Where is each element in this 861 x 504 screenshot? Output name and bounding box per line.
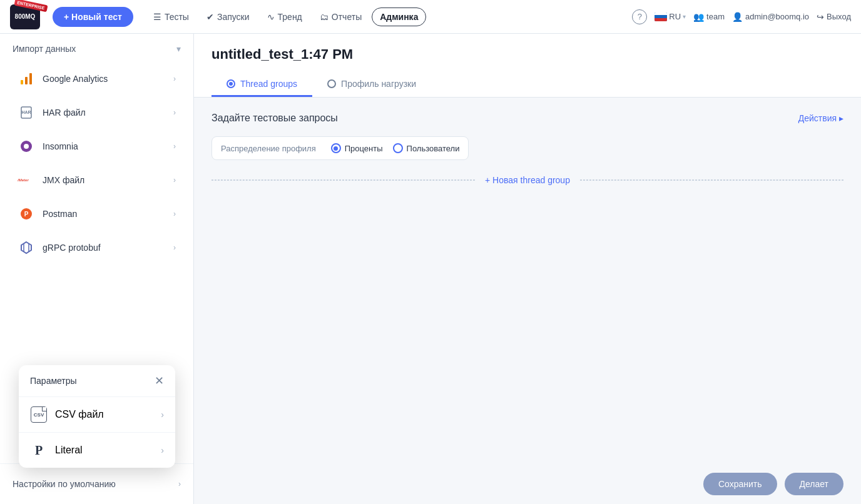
csv-chevron-icon: › (161, 410, 164, 420)
svg-rect-1 (25, 77, 28, 84)
sidebar-item-postman[interactable]: P Postman › (5, 198, 188, 230)
main-footer: Сохранить Делает (194, 464, 861, 504)
divider-left (211, 179, 475, 181)
svg-text:/Meter: /Meter (18, 178, 29, 182)
trend-label: Тренд (278, 12, 302, 22)
svg-rect-0 (21, 80, 23, 84)
parameters-dropdown: Параметры ✕ CSV CSV файл › (19, 365, 175, 468)
svg-text:HAR: HAR (21, 110, 31, 114)
radio-users[interactable]: Пользователи (393, 143, 460, 153)
default-settings-item[interactable]: Настройки по умолчанию › (13, 474, 181, 494)
nav-trend[interactable]: ∿ Тренд (260, 8, 310, 26)
main-header: untitled_test_1:47 PM Thread groups Проф… (194, 34, 861, 98)
sidebar-item-har-file[interactable]: HAR HAR файл › (5, 96, 188, 129)
grpc-label: gRPC protobuf (43, 243, 101, 253)
language-selector[interactable]: RU ▾ (655, 12, 686, 21)
sidebar-item-left-har: HAR HAR файл (18, 104, 86, 121)
team-icon: 👥 (693, 12, 704, 22)
add-thread-group-label: + Новая thread group (485, 175, 570, 185)
launches-label: Запуски (217, 12, 250, 22)
nav-links: ☰ Тесты ✔ Запуски ∿ Тренд 🗂 Отчеты Админ… (146, 8, 632, 26)
reports-label: Отчеты (332, 12, 362, 22)
admin-label: Админка (380, 12, 418, 22)
grpc-chevron-icon: › (173, 243, 176, 252)
logout-icon: ↪ (817, 12, 824, 22)
save-button[interactable]: Сохранить (703, 473, 777, 495)
load-profile-label: Профиль нагрузки (341, 79, 416, 89)
ga-chevron-icon: › (173, 74, 176, 83)
logo-text: 800MQ (15, 13, 36, 20)
logout-button[interactable]: ↪ Выход (817, 12, 851, 22)
help-button[interactable]: ? (632, 9, 647, 24)
sidebar-item-grpc[interactable]: gRPC protobuf › (5, 231, 188, 264)
radio-percent[interactable]: Проценты (331, 143, 383, 153)
csv-item-left: CSV CSV файл (30, 406, 104, 423)
load-profile-dot (327, 79, 336, 88)
logo[interactable]: 800MQ enterprise (10, 4, 45, 29)
dropdown-csv-item[interactable]: CSV CSV файл › (19, 397, 175, 433)
tests-label: Тесты (165, 12, 189, 22)
google-analytics-label: Google Analytics (43, 74, 108, 84)
profile-distribution-label: Распределение профиля (221, 144, 316, 153)
nav-admin[interactable]: Админка (372, 8, 426, 26)
postman-label: Postman (43, 209, 77, 219)
section-header: Задайте тестовые запросы Действия ▸ (211, 113, 843, 124)
insomnia-label: Insomnia (43, 141, 78, 151)
add-thread-group-row: + Новая thread group (211, 175, 843, 185)
tabs: Thread groups Профиль нагрузки (211, 73, 843, 97)
csv-label: CSV файл (55, 409, 104, 420)
users-label: Пользователи (407, 144, 460, 153)
nav-right: ? RU ▾ 👥 team 👤 admin@boomq.io ↪ Выход (632, 9, 851, 24)
team-label: 👥 team (693, 12, 725, 22)
default-settings-label: Настройки по умолчанию (13, 479, 116, 489)
tab-load-profile[interactable]: Профиль нагрузки (312, 73, 431, 97)
launch-button[interactable]: Делает (785, 473, 844, 495)
sidebar-item-jmx-file[interactable]: /Meter JMX файл › (5, 164, 188, 196)
nav-reports[interactable]: 🗂 Отчеты (312, 8, 369, 26)
percent-label: Проценты (345, 144, 383, 153)
google-analytics-icon (18, 70, 35, 88)
import-section-label: Импорт данных (13, 44, 76, 54)
profile-distribution-row: Распределение профиля Проценты Пользоват… (211, 136, 469, 160)
har-label: HAR файл (43, 108, 86, 118)
divider-right (580, 179, 843, 181)
default-settings-chevron-icon: › (178, 480, 181, 488)
csv-file-icon: CSV (30, 406, 48, 423)
literal-item-left: Ρ Literal (30, 441, 83, 459)
sidebar: Импорт данных ▾ Google Analytics › (0, 34, 194, 504)
literal-chevron-icon: › (161, 445, 164, 455)
main-layout: Импорт данных ▾ Google Analytics › (0, 34, 861, 504)
sidebar-footer: Настройки по умолчанию › (0, 463, 193, 504)
sidebar-item-google-analytics[interactable]: Google Analytics › (5, 63, 188, 95)
tab-thread-groups[interactable]: Thread groups (211, 73, 312, 97)
top-navigation: 800MQ enterprise + Новый тест ☰ Тесты ✔ … (0, 0, 861, 34)
insomnia-icon (18, 138, 35, 155)
main-body: Задайте тестовые запросы Действия ▸ Расп… (194, 98, 861, 464)
thread-groups-label: Thread groups (240, 79, 297, 89)
sidebar-item-insomnia[interactable]: Insomnia › (5, 130, 188, 163)
lang-chevron-icon: ▾ (683, 13, 686, 20)
dropdown-close-icon[interactable]: ✕ (155, 374, 164, 388)
nav-tests[interactable]: ☰ Тесты (146, 8, 196, 26)
page-title: untitled_test_1:47 PM (211, 46, 843, 63)
import-chevron-icon: ▾ (176, 44, 181, 54)
add-thread-group-button[interactable]: + Новая thread group (485, 175, 570, 185)
thread-groups-dot (227, 79, 235, 88)
main-content: untitled_test_1:47 PM Thread groups Проф… (194, 34, 861, 504)
actions-button[interactable]: Действия ▸ (798, 113, 843, 123)
dropdown-header[interactable]: Параметры ✕ (19, 365, 175, 397)
nav-launches[interactable]: ✔ Запуски (199, 8, 257, 26)
dropdown-literal-item[interactable]: Ρ Literal › (19, 433, 175, 468)
user-info[interactable]: 👤 admin@boomq.io (732, 12, 809, 22)
har-file-icon: HAR (18, 104, 35, 121)
new-test-button[interactable]: + Новый тест (53, 7, 133, 27)
import-section-header[interactable]: Импорт данных ▾ (0, 34, 193, 61)
postman-icon: P (18, 205, 35, 223)
launches-icon: ✔ (206, 12, 214, 22)
dropdown-header-label: Параметры (30, 376, 77, 386)
team-text: team (706, 12, 725, 21)
postman-chevron-icon: › (173, 209, 176, 218)
radio-group: Проценты Пользователи (331, 143, 460, 153)
sidebar-item-left: Google Analytics (18, 70, 108, 88)
jmx-label: JMX файл (43, 175, 84, 185)
